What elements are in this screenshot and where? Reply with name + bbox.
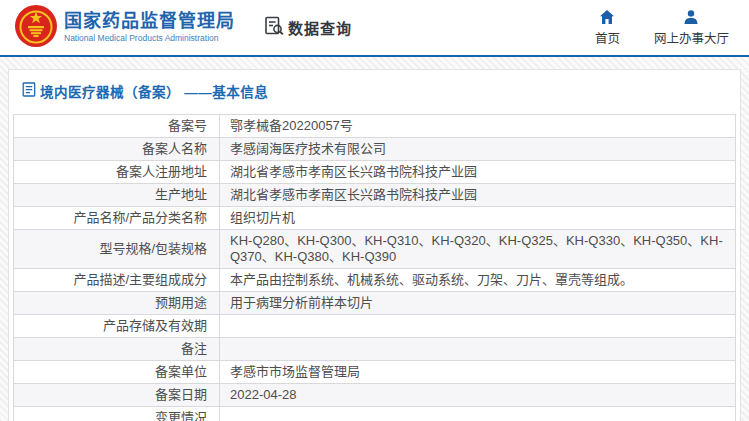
- org-name-zh: 国家药品监督管理局: [64, 12, 235, 32]
- table-row: 型号规格/包装规格 KH-Q280、KH-Q300、KH-Q310、KH-Q32…: [14, 230, 736, 269]
- row-value: 湖北省孝感市孝南区长兴路书院科技产业园: [220, 161, 736, 184]
- data-query-label: 数据查询: [288, 17, 352, 38]
- row-label: 产品描述/主要组成成分: [14, 269, 220, 292]
- row-label: 备注: [14, 338, 220, 361]
- row-value: 鄂孝械备20220057号: [220, 115, 736, 138]
- row-value: [220, 315, 736, 338]
- row-value: [220, 407, 736, 421]
- national-emblem-logo: [14, 4, 58, 52]
- nav-service-hall-label: 网上办事大厅: [654, 33, 729, 46]
- top-nav: 首页 网上办事大厅: [595, 9, 729, 46]
- table-row: 产品名称/产品分类名称 组织切片机: [14, 207, 736, 230]
- row-value: 孝感市市场监督管理局: [220, 361, 736, 384]
- table-row: 变更情况: [14, 407, 736, 421]
- row-label: 型号规格/包装规格: [14, 230, 220, 269]
- data-query-tab[interactable]: 数据查询: [263, 15, 352, 41]
- table-row: 备注: [14, 338, 736, 361]
- document-icon: [22, 82, 40, 101]
- row-value: 本产品由控制系统、机械系统、驱动系统、刀架、刀片、罩壳等组成。: [220, 269, 736, 292]
- row-label: 备案人名称: [14, 138, 220, 161]
- site-header: 国家药品监督管理局 National Medical Products Admi…: [0, 0, 749, 57]
- table-row: 产品存储及有效期: [14, 315, 736, 338]
- row-label: 变更情况: [14, 407, 220, 421]
- row-label: 产品存储及有效期: [14, 315, 220, 338]
- row-label: 产品名称/产品分类名称: [14, 207, 220, 230]
- table-row: 备案日期 2022-04-28: [14, 384, 736, 407]
- row-value: 2022-04-28: [220, 384, 736, 407]
- home-icon: [599, 9, 615, 33]
- user-icon: [683, 9, 699, 33]
- row-label: 备案日期: [14, 384, 220, 407]
- row-value: [220, 338, 736, 361]
- record-info-table: 备案号 鄂孝械备20220057号 备案人名称 孝感阔海医疗技术有限公司 备案人…: [13, 114, 736, 421]
- page-title: 境内医疗器械（备案） ——基本信息: [40, 81, 268, 101]
- table-row: 产品描述/主要组成成分 本产品由控制系统、机械系统、驱动系统、刀架、刀片、罩壳等…: [14, 269, 736, 292]
- nav-item-service-hall[interactable]: 网上办事大厅: [654, 9, 729, 46]
- table-row: 备案人名称 孝感阔海医疗技术有限公司: [14, 138, 736, 161]
- table-row: 备案单位 孝感市市场监督管理局: [14, 361, 736, 384]
- table-row: 生产地址 湖北省孝感市孝南区长兴路书院科技产业园: [14, 184, 736, 207]
- org-title-block: 国家药品监督管理局 National Medical Products Admi…: [64, 12, 235, 43]
- row-label: 备案单位: [14, 361, 220, 384]
- page-title-bar: 境内医疗器械（备案） ——基本信息: [9, 70, 740, 110]
- table-row: 备案号 鄂孝械备20220057号: [14, 115, 736, 138]
- row-value: 组织切片机: [220, 207, 736, 230]
- nav-home-label: 首页: [595, 33, 620, 46]
- row-value: 湖北省孝感市孝南区长兴路书院科技产业园: [220, 184, 736, 207]
- document-search-icon: [263, 15, 285, 41]
- row-label: 预期用途: [14, 292, 220, 315]
- row-label: 生产地址: [14, 184, 220, 207]
- row-value: 孝感阔海医疗技术有限公司: [220, 138, 736, 161]
- row-label: 备案人注册地址: [14, 161, 220, 184]
- table-row: 预期用途 用于病理分析前样本切片: [14, 292, 736, 315]
- nav-item-home[interactable]: 首页: [595, 9, 620, 46]
- row-label: 备案号: [14, 115, 220, 138]
- content-box: 境内医疗器械（备案） ——基本信息 备案号 鄂孝械备20220057号 备案人名…: [8, 69, 741, 421]
- row-value: KH-Q280、KH-Q300、KH-Q310、KH-Q320、KH-Q325、…: [220, 230, 736, 269]
- row-value: 用于病理分析前样本切片: [220, 292, 736, 315]
- table-row: 备案人注册地址 湖北省孝感市孝南区长兴路书院科技产业园: [14, 161, 736, 184]
- org-name-en: National Medical Products Administration: [64, 34, 235, 43]
